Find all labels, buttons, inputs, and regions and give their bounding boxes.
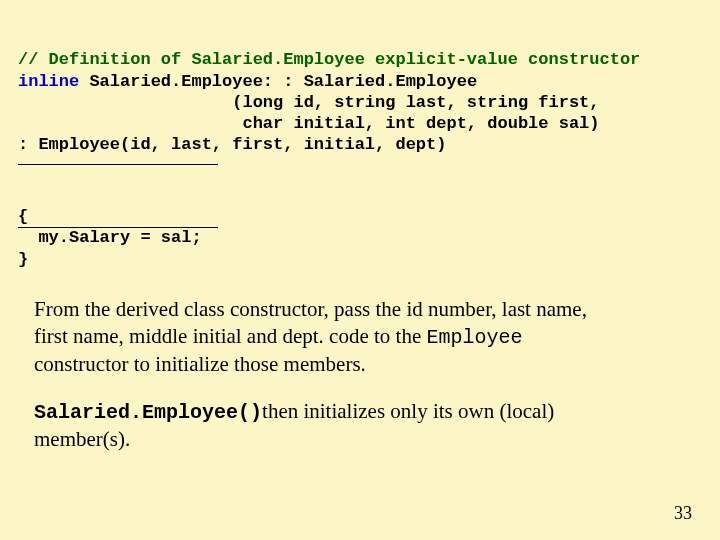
paragraph-1: From the derived class constructor, pass…	[34, 296, 690, 379]
code-keyword-inline: inline	[18, 72, 79, 91]
para1-line3: constructor to initialize those members.	[34, 352, 366, 376]
code-block: // Definition of Salaried.Employee expli…	[18, 28, 702, 156]
code-line-5: : Employee(id, last, first, initial, dep…	[18, 135, 446, 154]
code-line-2: Salaried.Employee: : Salaried.Employee	[79, 72, 477, 91]
para1-line2a: first name, middle initial and dept. cod…	[34, 324, 426, 348]
code-line-3: (long id, string last, string first,	[18, 93, 600, 112]
code-body-block: { my.Salary = sal; }	[18, 164, 702, 270]
code-line-4: char initial, int dept, double sal)	[18, 114, 600, 133]
para1-line1: From the derived class constructor, pass…	[34, 297, 587, 321]
para2-line2: member(s).	[34, 427, 130, 451]
para2-mono: Salaried.Employee()	[34, 401, 262, 424]
code-body-open: {	[18, 207, 28, 226]
code-body-close: }	[18, 250, 28, 269]
para2-line1: then initializes only its own (local)	[262, 399, 554, 423]
slide-page: // Definition of Salaried.Employee expli…	[0, 0, 720, 540]
code-body-rule-lines	[18, 164, 218, 228]
code-comment-line: // Definition of Salaried.Employee expli…	[18, 50, 640, 69]
para1-mono-employee: Employee	[426, 326, 522, 349]
paragraph-2: Salaried.Employee()then initializes only…	[34, 398, 690, 453]
code-body-stmt: my.Salary = sal;	[18, 228, 202, 247]
page-number: 33	[674, 503, 692, 524]
